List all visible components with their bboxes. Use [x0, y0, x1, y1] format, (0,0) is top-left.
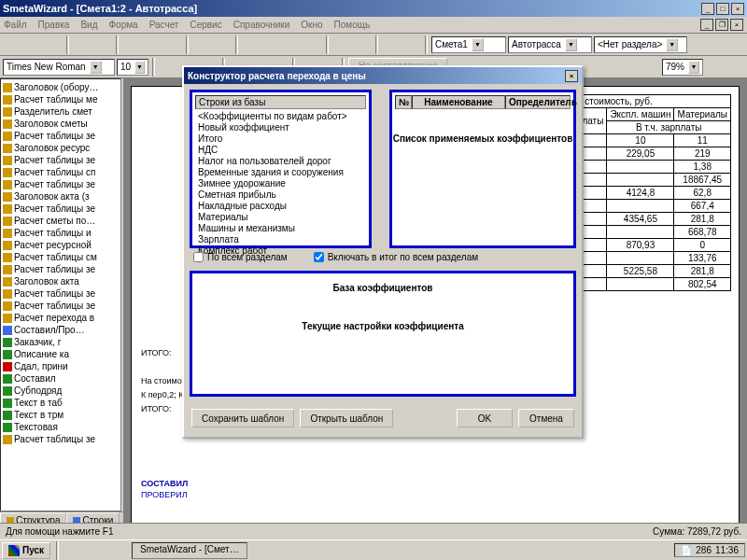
zoom-out-icon[interactable] [641, 58, 660, 77]
help-icon[interactable] [726, 58, 744, 77]
tree-node[interactable]: Расчет таблицы зе [1, 300, 120, 312]
close-icon[interactable]: × [731, 3, 744, 15]
tool-c-icon[interactable] [283, 35, 302, 54]
open-template-button[interactable]: Открыть шаблон [300, 409, 393, 427]
menu-refs[interactable]: Справочники [233, 20, 290, 30]
redo-icon[interactable] [213, 35, 232, 54]
tree-node[interactable]: Расчет таблицы сп [1, 166, 120, 178]
tool-b-icon[interactable] [262, 35, 281, 54]
base-list-item[interactable]: Временные здания и сооружения [195, 167, 366, 178]
tree-node[interactable]: Составил/Про… [1, 324, 120, 336]
tree-node[interactable]: Расчет таблицы ме [1, 93, 120, 105]
tree-node[interactable]: Расчет ресурсной [1, 239, 120, 251]
tree-node[interactable]: Заголовок (обору… [1, 81, 120, 93]
doc-close-icon[interactable]: × [730, 19, 743, 31]
quicklaunch-icon[interactable] [109, 541, 128, 560]
base-list-item[interactable]: Накладные расходы [195, 201, 366, 212]
combo-object[interactable]: Автотрасса▼ [508, 36, 592, 53]
tree-node[interactable]: Текст в трм [1, 409, 120, 421]
taskbar-task[interactable]: SmetaWizard - [Смет… [132, 542, 247, 559]
applied-list[interactable]: № Наименование Определитель Список приме… [389, 90, 576, 248]
new-icon[interactable] [3, 35, 21, 54]
base-list[interactable]: Строки из базы <Коэффициенты по видам ра… [190, 90, 372, 248]
tree-node[interactable]: Составил [1, 372, 120, 385]
tree-node[interactable]: Расчет таблицы зе [1, 287, 120, 300]
quicklaunch-icon[interactable] [64, 541, 83, 560]
tree-node[interactable]: Текст в таб [1, 397, 120, 409]
zoom-in-icon[interactable] [705, 58, 724, 77]
chk-include-total[interactable] [314, 252, 324, 262]
tray-icon[interactable]: 📄 [681, 545, 692, 555]
tree-node[interactable]: Текстовая [1, 421, 120, 433]
start-button[interactable]: Пуск [2, 542, 50, 559]
bold-icon[interactable] [159, 58, 177, 77]
base-list-item[interactable]: Итого [195, 133, 366, 145]
base-list-item[interactable]: Налог на пользователей дорог [195, 156, 366, 167]
undo-icon[interactable] [192, 35, 211, 54]
base-list-item[interactable]: Сметная прибыль [195, 189, 366, 201]
combo-section[interactable]: <Нет раздела>▼ [594, 36, 687, 53]
tree-node[interactable]: Разделитель смет [1, 105, 120, 118]
maximize-icon[interactable]: □ [716, 3, 729, 15]
copy-icon[interactable] [143, 35, 162, 54]
tree-node[interactable]: Субподряд [1, 385, 120, 397]
tree-node[interactable]: Расчет таблицы зе [1, 433, 120, 445]
doc-minimize-icon[interactable]: _ [700, 19, 713, 31]
save-template-button[interactable]: Сохранить шаблон [191, 409, 294, 427]
zoom-combo[interactable]: 79%▼ [662, 59, 703, 76]
menu-view[interactable]: Вид [80, 20, 97, 30]
system-tray[interactable]: 📄 286 11:36 [674, 543, 745, 557]
base-list-item[interactable]: <Коэффициенты по видам работ> [195, 111, 366, 122]
tree-node[interactable]: Расчет таблицы зе [1, 130, 120, 142]
cancel-button[interactable]: Отмена [518, 409, 574, 427]
print-icon[interactable] [73, 35, 92, 54]
font-combo[interactable]: Times New Roman▼ [3, 59, 115, 76]
open-icon[interactable] [23, 35, 42, 54]
fontsize-combo[interactable]: 10▼ [117, 59, 148, 76]
menu-service[interactable]: Сервис [190, 20, 221, 30]
cut-icon[interactable] [122, 35, 141, 54]
tree-node[interactable]: Расчет таблицы зе [1, 203, 120, 215]
dialog-close-icon[interactable]: × [565, 70, 578, 82]
tree-node[interactable]: Расчет таблицы зе [1, 178, 120, 190]
menu-help[interactable]: Помощь [334, 20, 371, 30]
base-list-item[interactable]: Новый коэффициент [195, 122, 366, 133]
chk-all-sections[interactable] [193, 252, 204, 262]
tree-node[interactable]: Расчет таблицы зе [1, 263, 120, 275]
tree-node[interactable]: Описание ка [1, 348, 120, 360]
tree-node[interactable]: Заголовок акта [1, 275, 120, 287]
preview-icon[interactable] [93, 35, 112, 54]
base-list-item[interactable]: Материалы [195, 212, 366, 223]
menu-form[interactable]: Форма [108, 20, 137, 30]
paste-icon[interactable] [163, 35, 182, 54]
tree-node[interactable]: Заказчик, г [1, 336, 120, 348]
tree-node[interactable]: Сдал, прини [1, 360, 120, 372]
menu-file[interactable]: Файл [4, 20, 27, 30]
structure-tree[interactable]: Заголовок (обору…Расчет таблицы меРаздел… [0, 78, 121, 511]
tool-h-icon[interactable] [402, 35, 421, 54]
minimize-icon[interactable]: _ [701, 3, 714, 15]
menu-edit[interactable]: Правка [38, 20, 70, 30]
base-list-item[interactable]: Зимнее удорожание [195, 178, 366, 189]
tree-node[interactable]: Расчет сметы по… [1, 215, 120, 227]
tool-g-icon[interactable] [382, 35, 401, 54]
tool-d-icon[interactable] [303, 35, 322, 54]
ok-button[interactable]: OK [457, 409, 513, 427]
quicklaunch-icon[interactable] [87, 541, 106, 560]
tool-a-icon[interactable] [242, 35, 261, 54]
base-list-item[interactable]: Машины и механизмы [195, 223, 366, 234]
tool-f-icon[interactable] [353, 35, 372, 54]
tree-node[interactable]: Заголовок акта (з [1, 190, 120, 203]
menu-calc[interactable]: Расчет [149, 20, 179, 30]
save-icon[interactable] [44, 35, 63, 54]
tree-node[interactable]: Расчет таблицы зе [1, 154, 120, 166]
tree-node[interactable]: Заголовок ресурс [1, 142, 120, 154]
tree-node[interactable]: Расчет таблицы см [1, 251, 120, 263]
menu-window[interactable]: Окно [301, 20, 322, 30]
combo-smeta[interactable]: Смета1▼ [431, 36, 506, 53]
doc-restore-icon[interactable]: ❐ [715, 19, 728, 31]
tree-node[interactable]: Заголовок сметы [1, 118, 120, 130]
tree-node[interactable]: Расчет перехода в [1, 312, 120, 324]
tree-node[interactable]: Расчет таблицы и [1, 227, 120, 239]
base-list-item[interactable]: Зарплата [195, 234, 366, 245]
